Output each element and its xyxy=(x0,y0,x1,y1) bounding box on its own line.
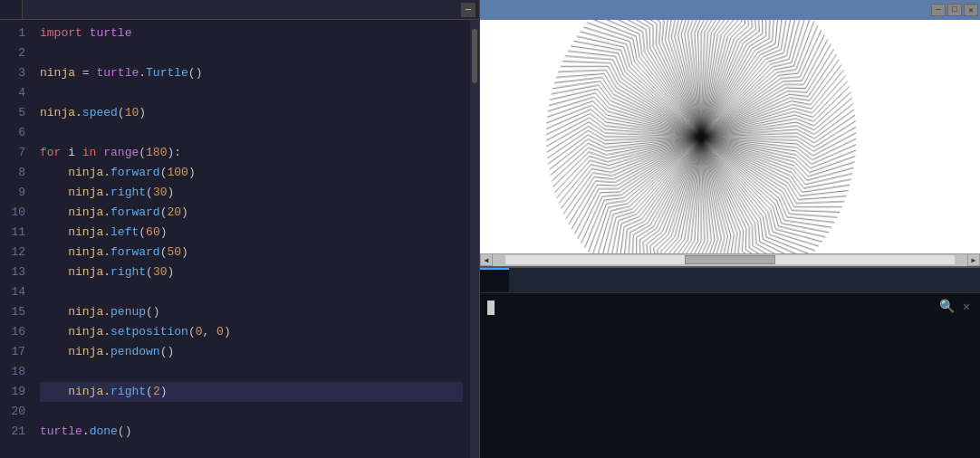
code-line: ninja.speed(10) xyxy=(40,103,463,123)
line-number: 18 xyxy=(0,362,25,382)
console-cursor xyxy=(487,301,495,315)
editor-scroll-thumb[interactable] xyxy=(472,29,477,83)
line-number: 3 xyxy=(0,63,25,83)
code-line: ninja.forward(50) xyxy=(40,243,463,262)
line-number: 14 xyxy=(0,282,25,302)
line-number: 2 xyxy=(0,43,25,63)
code-line: ninja.right(2) xyxy=(40,382,463,402)
code-line: ninja.right(30) xyxy=(40,262,463,282)
line-number: 4 xyxy=(0,83,25,103)
editor-tab-main[interactable] xyxy=(0,0,23,19)
turtle-window: — □ ✕ ◀ ▶ xyxy=(480,0,980,268)
code-line: turtle.done() xyxy=(40,422,463,442)
editor-panel: — 123456789101112131415161718192021 impo… xyxy=(0,0,480,458)
code-line xyxy=(40,402,463,422)
console-tab-bar xyxy=(480,268,980,293)
line-number: 6 xyxy=(0,123,25,143)
code-line: for i in range(180): xyxy=(40,143,463,163)
code-content[interactable]: import turtle ninja = turtle.Turtle() ni… xyxy=(33,20,470,458)
line-number: 15 xyxy=(0,302,25,322)
code-line: ninja.forward(20) xyxy=(40,203,463,223)
shell-tab[interactable] xyxy=(509,268,538,292)
turtle-canvas xyxy=(480,20,980,253)
line-number: 5 xyxy=(0,103,25,123)
line-number: 16 xyxy=(0,322,25,342)
minimize-button[interactable]: — xyxy=(461,3,476,17)
scroll-right-arrow[interactable]: ▶ xyxy=(967,253,980,266)
line-number: 13 xyxy=(0,262,25,282)
code-line: ninja.setposition(0, 0) xyxy=(40,322,463,342)
maximize-icon[interactable]: □ xyxy=(947,4,962,16)
scroll-left-arrow[interactable]: ◀ xyxy=(480,253,493,266)
minimize-icon[interactable]: — xyxy=(931,4,946,16)
console-panel: 🔍 ✕ xyxy=(480,268,980,458)
code-line: ninja.forward(100) xyxy=(40,163,463,183)
code-line xyxy=(40,43,463,63)
turtle-scrollbar-horizontal[interactable]: ◀ ▶ xyxy=(480,253,980,266)
line-number: 20 xyxy=(0,402,25,422)
line-number: 17 xyxy=(0,342,25,362)
line-number: 10 xyxy=(0,203,25,223)
console-toolbar: 🔍 ✕ xyxy=(938,299,975,315)
scroll-thumb[interactable] xyxy=(685,255,774,264)
code-line: ninja.penup() xyxy=(40,302,463,322)
right-panel: — □ ✕ ◀ ▶ xyxy=(480,0,980,458)
line-number: 21 xyxy=(0,422,25,442)
code-line: ninja.pendown() xyxy=(40,342,463,362)
editor-scrollbar[interactable] xyxy=(470,20,479,458)
line-number: 12 xyxy=(0,243,25,262)
turtle-titlebar: — □ ✕ xyxy=(480,0,980,20)
console-content[interactable]: 🔍 ✕ xyxy=(480,293,980,458)
console-tab[interactable] xyxy=(480,268,509,292)
code-line: ninja.right(30) xyxy=(40,183,463,203)
line-number: 19 xyxy=(0,382,25,402)
code-area: 123456789101112131415161718192021 import… xyxy=(0,20,479,458)
code-line xyxy=(40,282,463,302)
line-number: 8 xyxy=(0,163,25,183)
line-numbers: 123456789101112131415161718192021 xyxy=(0,20,33,458)
code-line: ninja.left(60) xyxy=(40,223,463,243)
search-icon[interactable]: 🔍 xyxy=(938,299,955,315)
code-line: import turtle xyxy=(40,24,463,43)
line-number: 9 xyxy=(0,183,25,203)
code-line xyxy=(40,362,463,382)
line-number: 11 xyxy=(0,223,25,243)
code-line xyxy=(40,83,463,103)
scroll-track xyxy=(505,255,955,264)
close-icon[interactable]: ✕ xyxy=(964,4,978,16)
line-number: 1 xyxy=(0,24,25,43)
line-number: 7 xyxy=(0,143,25,163)
editor-tab-bar: — xyxy=(0,0,479,20)
code-line: ninja = turtle.Turtle() xyxy=(40,63,463,83)
close-console-icon[interactable]: ✕ xyxy=(958,299,975,315)
code-line xyxy=(40,123,463,143)
turtle-window-controls: — □ ✕ xyxy=(931,4,978,16)
